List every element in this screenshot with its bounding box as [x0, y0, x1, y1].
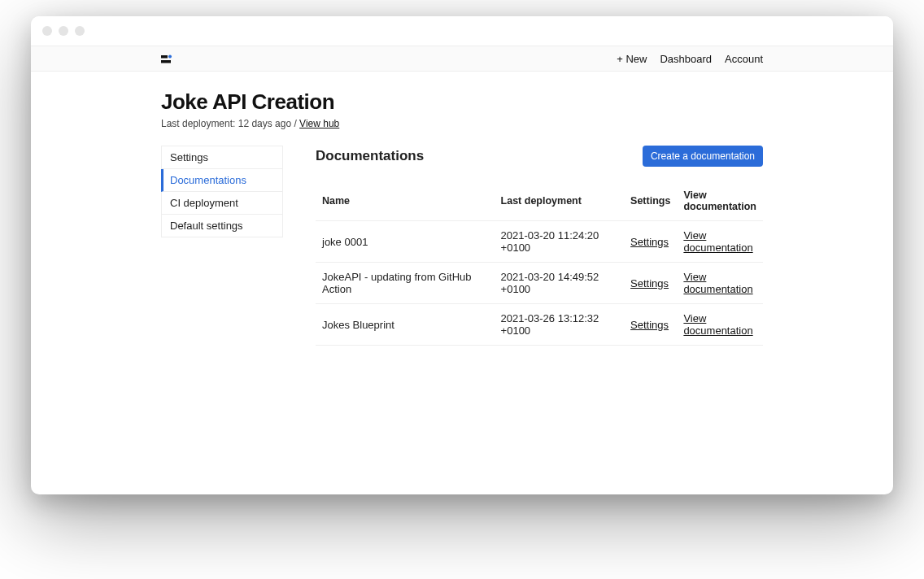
- dashboard-link[interactable]: Dashboard: [660, 53, 712, 65]
- view-hub-link[interactable]: View hub: [299, 118, 339, 129]
- browser-window: + New Dashboard Account Joke API Creatio…: [31, 16, 893, 494]
- cell-last-deployment: 2021-03-26 13:12:32 +0100: [495, 304, 625, 346]
- last-deployment-text: Last deployment: 12 days ago /: [161, 118, 299, 129]
- main-panel: Documentations Create a documentation Na…: [316, 146, 763, 346]
- browser-chrome: [31, 16, 893, 46]
- svg-rect-0: [161, 60, 171, 63]
- cell-name: Jokes Blueprint: [316, 304, 495, 346]
- sidebar-item-settings[interactable]: Settings: [161, 146, 283, 169]
- page-content: Joke API Creation Last deployment: 12 da…: [31, 72, 893, 494]
- col-header-view: View documentation: [677, 181, 763, 221]
- last-deployment-line: Last deployment: 12 days ago / View hub: [161, 118, 763, 129]
- cell-last-deployment: 2021-03-20 14:49:52 +0100: [495, 263, 625, 304]
- section-title: Documentations: [316, 148, 424, 164]
- table-row: joke 0001 2021-03-20 11:24:20 +0100 Sett…: [316, 221, 763, 263]
- topnav: + New Dashboard Account: [617, 53, 763, 65]
- row-settings-link[interactable]: Settings: [630, 277, 669, 290]
- sidebar: Settings Documentations CI deployment De…: [161, 146, 283, 346]
- cell-name: JokeAPI - updating from GitHub Action: [316, 263, 495, 304]
- window-dot: [42, 26, 52, 36]
- row-settings-link[interactable]: Settings: [630, 236, 669, 248]
- svg-rect-1: [161, 55, 168, 59]
- create-documentation-button[interactable]: Create a documentation: [643, 146, 763, 167]
- window-dot: [59, 26, 68, 36]
- sidebar-item-ci-deployment[interactable]: CI deployment: [161, 192, 283, 215]
- col-header-settings: Settings: [624, 181, 677, 221]
- row-view-documentation-link[interactable]: View documentation: [683, 229, 752, 254]
- svg-point-2: [168, 55, 172, 59]
- page-title: Joke API Creation: [161, 89, 763, 115]
- row-view-documentation-link[interactable]: View documentation: [683, 312, 752, 337]
- col-header-last-deployment: Last deployment: [495, 181, 625, 221]
- cell-name: joke 0001: [316, 221, 495, 263]
- row-settings-link[interactable]: Settings: [630, 319, 669, 331]
- documentations-table: Name Last deployment Settings View docum…: [316, 181, 763, 346]
- sidebar-item-documentations[interactable]: Documentations: [161, 169, 283, 192]
- table-row: Jokes Blueprint 2021-03-26 13:12:32 +010…: [316, 304, 763, 346]
- window-dot: [75, 26, 85, 36]
- topbar: + New Dashboard Account: [31, 46, 893, 72]
- col-header-name: Name: [316, 181, 495, 221]
- sidebar-item-default-settings[interactable]: Default settings: [161, 215, 283, 237]
- brand-logo-icon[interactable]: [161, 52, 174, 65]
- table-row: JokeAPI - updating from GitHub Action 20…: [316, 263, 763, 304]
- cell-last-deployment: 2021-03-20 11:24:20 +0100: [495, 221, 625, 263]
- new-link[interactable]: + New: [617, 53, 647, 65]
- account-link[interactable]: Account: [725, 53, 763, 65]
- row-view-documentation-link[interactable]: View documentation: [683, 271, 752, 295]
